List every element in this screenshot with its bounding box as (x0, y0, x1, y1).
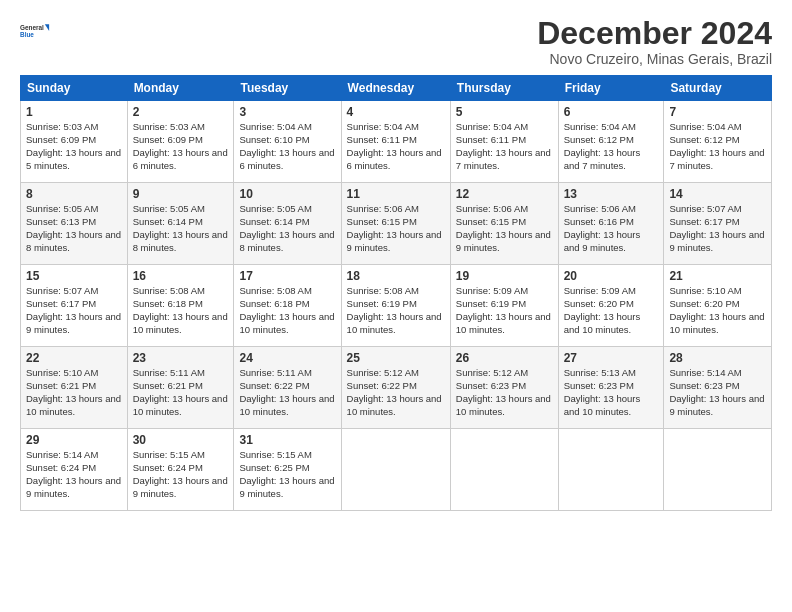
week-row-1: 1 Sunrise: 5:03 AMSunset: 6:09 PMDayligh… (21, 101, 772, 183)
day-22: 22 Sunrise: 5:10 AMSunset: 6:21 PMDaylig… (21, 347, 128, 429)
day-9: 9 Sunrise: 5:05 AMSunset: 6:14 PMDayligh… (127, 183, 234, 265)
day-11: 11 Sunrise: 5:06 AMSunset: 6:15 PMDaylig… (341, 183, 450, 265)
logo-icon: GeneralBlue (20, 16, 50, 46)
title-block: December 2024 Novo Cruzeiro, Minas Gerai… (537, 16, 772, 67)
location: Novo Cruzeiro, Minas Gerais, Brazil (537, 51, 772, 67)
col-friday: Friday (558, 76, 664, 101)
empty-cell-3 (558, 429, 664, 511)
header-row: Sunday Monday Tuesday Wednesday Thursday… (21, 76, 772, 101)
day-25: 25 Sunrise: 5:12 AMSunset: 6:22 PMDaylig… (341, 347, 450, 429)
month-title: December 2024 (537, 16, 772, 51)
day-19: 19 Sunrise: 5:09 AMSunset: 6:19 PMDaylig… (450, 265, 558, 347)
day-24: 24 Sunrise: 5:11 AMSunset: 6:22 PMDaylig… (234, 347, 341, 429)
day-17: 17 Sunrise: 5:08 AMSunset: 6:18 PMDaylig… (234, 265, 341, 347)
day-21: 21 Sunrise: 5:10 AMSunset: 6:20 PMDaylig… (664, 265, 772, 347)
col-saturday: Saturday (664, 76, 772, 101)
day-15: 15 Sunrise: 5:07 AMSunset: 6:17 PMDaylig… (21, 265, 128, 347)
week-row-2: 8 Sunrise: 5:05 AMSunset: 6:13 PMDayligh… (21, 183, 772, 265)
day-3: 3 Sunrise: 5:04 AMSunset: 6:10 PMDayligh… (234, 101, 341, 183)
day-6: 6 Sunrise: 5:04 AMSunset: 6:12 PMDayligh… (558, 101, 664, 183)
day-23: 23 Sunrise: 5:11 AMSunset: 6:21 PMDaylig… (127, 347, 234, 429)
day-2: 2 Sunrise: 5:03 AMSunset: 6:09 PMDayligh… (127, 101, 234, 183)
week-row-3: 15 Sunrise: 5:07 AMSunset: 6:17 PMDaylig… (21, 265, 772, 347)
day-10: 10 Sunrise: 5:05 AMSunset: 6:14 PMDaylig… (234, 183, 341, 265)
day-26: 26 Sunrise: 5:12 AMSunset: 6:23 PMDaylig… (450, 347, 558, 429)
day-7: 7 Sunrise: 5:04 AMSunset: 6:12 PMDayligh… (664, 101, 772, 183)
day-14: 14 Sunrise: 5:07 AMSunset: 6:17 PMDaylig… (664, 183, 772, 265)
day-4: 4 Sunrise: 5:04 AMSunset: 6:11 PMDayligh… (341, 101, 450, 183)
logo: GeneralBlue (20, 16, 50, 46)
day-29: 29 Sunrise: 5:14 AMSunset: 6:24 PMDaylig… (21, 429, 128, 511)
empty-cell-2 (450, 429, 558, 511)
day-31: 31 Sunrise: 5:15 AMSunset: 6:25 PMDaylig… (234, 429, 341, 511)
svg-text:General: General (20, 24, 44, 31)
day-28: 28 Sunrise: 5:14 AMSunset: 6:23 PMDaylig… (664, 347, 772, 429)
header: GeneralBlue December 2024 Novo Cruzeiro,… (20, 16, 772, 67)
page: GeneralBlue December 2024 Novo Cruzeiro,… (0, 0, 792, 612)
empty-cell-4 (664, 429, 772, 511)
day-13: 13 Sunrise: 5:06 AMSunset: 6:16 PMDaylig… (558, 183, 664, 265)
col-wednesday: Wednesday (341, 76, 450, 101)
week-row-4: 22 Sunrise: 5:10 AMSunset: 6:21 PMDaylig… (21, 347, 772, 429)
day-16: 16 Sunrise: 5:08 AMSunset: 6:18 PMDaylig… (127, 265, 234, 347)
week-row-5: 29 Sunrise: 5:14 AMSunset: 6:24 PMDaylig… (21, 429, 772, 511)
empty-cell-1 (341, 429, 450, 511)
day-18: 18 Sunrise: 5:08 AMSunset: 6:19 PMDaylig… (341, 265, 450, 347)
calendar-table: Sunday Monday Tuesday Wednesday Thursday… (20, 75, 772, 511)
svg-marker-2 (45, 24, 49, 31)
col-tuesday: Tuesday (234, 76, 341, 101)
day-8: 8 Sunrise: 5:05 AMSunset: 6:13 PMDayligh… (21, 183, 128, 265)
day-20: 20 Sunrise: 5:09 AMSunset: 6:20 PMDaylig… (558, 265, 664, 347)
col-monday: Monday (127, 76, 234, 101)
day-30: 30 Sunrise: 5:15 AMSunset: 6:24 PMDaylig… (127, 429, 234, 511)
day-27: 27 Sunrise: 5:13 AMSunset: 6:23 PMDaylig… (558, 347, 664, 429)
col-sunday: Sunday (21, 76, 128, 101)
col-thursday: Thursday (450, 76, 558, 101)
svg-text:Blue: Blue (20, 31, 34, 38)
day-12: 12 Sunrise: 5:06 AMSunset: 6:15 PMDaylig… (450, 183, 558, 265)
day-5: 5 Sunrise: 5:04 AMSunset: 6:11 PMDayligh… (450, 101, 558, 183)
day-1: 1 Sunrise: 5:03 AMSunset: 6:09 PMDayligh… (21, 101, 128, 183)
